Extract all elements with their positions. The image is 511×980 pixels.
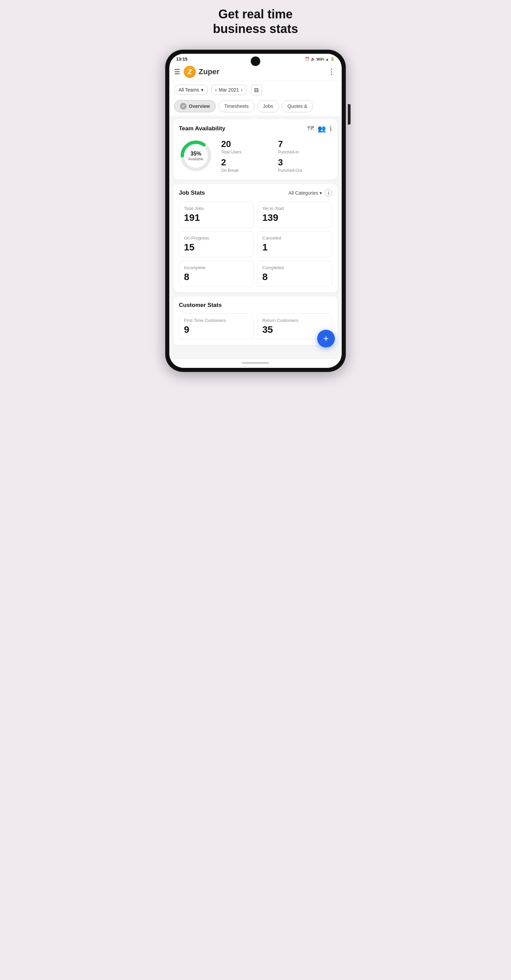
sound-icon: 🔈 bbox=[311, 57, 315, 61]
stat-total-jobs[interactable]: Total Jobs 191 bbox=[179, 202, 254, 228]
tab-jobs[interactable]: Jobs bbox=[257, 100, 279, 112]
job-stats-card: Job Stats All Categories ▾ ℹ Total Jobs bbox=[173, 184, 338, 292]
availability-donut: 35% Available bbox=[179, 139, 213, 173]
job-stat-grid: Total Jobs 191 Yet to Start 139 On-Progr… bbox=[179, 202, 332, 287]
punched-in-value: 7 bbox=[278, 139, 329, 150]
scroll-area: Team Availability 🗺 👥 ℹ bbox=[169, 116, 342, 360]
next-month-icon[interactable]: › bbox=[241, 87, 243, 92]
category-chevron-icon: ▾ bbox=[319, 190, 322, 196]
stat-incomplete[interactable]: Incomplete 8 bbox=[179, 261, 254, 287]
total-jobs-value: 191 bbox=[184, 212, 249, 223]
filter-button[interactable]: ⊟ bbox=[251, 84, 262, 95]
headline-line1: Get real time bbox=[218, 7, 293, 21]
tab-overview[interactable]: ✓ Overview bbox=[174, 100, 216, 112]
job-stats-info-button[interactable]: ℹ bbox=[325, 189, 332, 197]
on-break-value: 2 bbox=[221, 157, 273, 168]
signal-icon: ▲ bbox=[325, 57, 329, 61]
headline-line2: business stats bbox=[213, 22, 298, 36]
filter-funnel-icon: ⊟ bbox=[254, 87, 259, 93]
incomplete-label: Incomplete bbox=[184, 265, 249, 270]
return-customers-value: 35 bbox=[262, 324, 327, 335]
date-label: Mar 2021 bbox=[219, 87, 239, 92]
camera-dot bbox=[251, 56, 260, 66]
incomplete-value: 8 bbox=[184, 272, 249, 282]
total-users-value: 20 bbox=[221, 139, 273, 150]
info-icon[interactable]: ℹ bbox=[329, 124, 332, 133]
fab-button[interactable]: + bbox=[317, 330, 335, 347]
job-stats-title: Job Stats bbox=[179, 189, 205, 196]
status-time: 13:15 bbox=[176, 56, 187, 62]
prev-month-icon[interactable]: ‹ bbox=[215, 87, 217, 92]
tab-quotes[interactable]: Quotes & bbox=[282, 100, 313, 112]
tab-check-icon: ✓ bbox=[180, 103, 187, 110]
completed-value: 8 bbox=[262, 272, 327, 282]
customer-stats-title: Customer Stats bbox=[179, 302, 222, 309]
customer-stats-header: Customer Stats bbox=[179, 302, 332, 309]
status-icons: ⏰ 🔈 WiFi ▲ 🔋 bbox=[305, 57, 335, 61]
first-time-label: First Time Customers bbox=[184, 318, 249, 323]
stat-yet-to-start[interactable]: Yet to Start 139 bbox=[257, 202, 332, 228]
punched-in-label: Punched-In bbox=[278, 150, 329, 154]
team-availability-card: Team Availability 🗺 👥 ℹ bbox=[173, 119, 338, 180]
completed-label: Completed bbox=[262, 265, 327, 270]
punched-out-stat: 3 Punched-Out bbox=[275, 156, 332, 174]
tabs-bar: ✓ Overview Timesheets Jobs Quotes & bbox=[169, 99, 342, 116]
phone-screen: 13:15 ⏰ 🔈 WiFi ▲ 🔋 ☰ Z bbox=[169, 54, 342, 368]
canceled-value: 1 bbox=[262, 242, 327, 253]
punched-in-stat: 7 Punched-In bbox=[275, 137, 332, 156]
on-progress-value: 15 bbox=[184, 242, 249, 253]
alarm-icon: ⏰ bbox=[305, 57, 310, 61]
phone-shell: 13:15 ⏰ 🔈 WiFi ▲ 🔋 ☰ Z bbox=[165, 50, 346, 372]
app-logo: Z bbox=[184, 66, 196, 78]
date-navigator[interactable]: ‹ Mar 2021 › bbox=[211, 85, 246, 95]
teams-dropdown[interactable]: All Teams ▾ bbox=[174, 85, 208, 95]
avail-stats: 20 Total Users 7 Punched-In 2 On-Break bbox=[218, 137, 332, 174]
wifi-icon: WiFi bbox=[316, 57, 324, 61]
return-customers-label: Return Customers bbox=[262, 318, 327, 323]
hamburger-menu[interactable]: ☰ bbox=[174, 68, 180, 76]
logo-container: Z Zuper bbox=[184, 66, 219, 78]
tab-overview-label: Overview bbox=[189, 103, 210, 109]
total-users-stat: 20 Total Users bbox=[218, 137, 275, 156]
bottom-spacer bbox=[173, 349, 338, 353]
category-label: All Categories bbox=[289, 190, 318, 196]
tab-timesheets[interactable]: Timesheets bbox=[218, 100, 254, 112]
canceled-label: Canceled bbox=[262, 235, 327, 240]
team-avail-title: Team Availability bbox=[179, 125, 225, 132]
on-break-stat: 2 On-Break bbox=[218, 156, 275, 174]
punched-out-value: 3 bbox=[278, 157, 329, 168]
stat-canceled[interactable]: Canceled 1 bbox=[257, 231, 332, 257]
logo-letter: Z bbox=[188, 68, 192, 76]
home-indicator bbox=[242, 362, 269, 364]
first-time-value: 9 bbox=[184, 324, 249, 335]
stat-first-time-customers[interactable]: First Time Customers 9 bbox=[179, 313, 254, 340]
bottom-bar bbox=[169, 360, 342, 368]
team-avail-body: 35% Available 20 Total Users 7 bbox=[179, 137, 332, 174]
header-left: ☰ Z Zuper bbox=[174, 66, 219, 78]
teams-chevron-icon: ▾ bbox=[201, 87, 203, 92]
on-progress-label: On-Progress bbox=[184, 235, 249, 240]
on-break-label: On-Break bbox=[221, 168, 273, 173]
donut-percentage: 35% bbox=[188, 151, 203, 157]
battery-icon: 🔋 bbox=[330, 57, 335, 61]
stat-completed[interactable]: Completed 8 bbox=[257, 261, 332, 287]
team-avail-icons: 🗺 👥 ℹ bbox=[307, 124, 332, 133]
donut-center: 35% Available bbox=[188, 151, 203, 161]
more-menu-button[interactable]: ⋮ bbox=[328, 67, 335, 76]
team-icon[interactable]: 👥 bbox=[318, 124, 326, 133]
stat-on-progress[interactable]: On-Progress 15 bbox=[179, 231, 254, 257]
tab-quotes-label: Quotes & bbox=[287, 103, 307, 109]
map-icon[interactable]: 🗺 bbox=[307, 124, 314, 133]
fab-plus-icon: + bbox=[323, 333, 329, 344]
power-button bbox=[348, 104, 351, 124]
punched-out-label: Punched-Out bbox=[278, 168, 329, 173]
tab-timesheets-label: Timesheets bbox=[224, 103, 249, 109]
customer-stat-grid: First Time Customers 9 Return Customers … bbox=[179, 313, 332, 340]
teams-label: All Teams bbox=[179, 87, 199, 92]
yet-to-start-value: 139 bbox=[262, 212, 327, 223]
team-avail-header: Team Availability 🗺 👥 ℹ bbox=[179, 124, 332, 133]
job-stats-header: Job Stats All Categories ▾ ℹ bbox=[179, 189, 332, 197]
total-users-label: Total Users bbox=[221, 150, 273, 154]
category-dropdown[interactable]: All Categories ▾ bbox=[289, 190, 322, 196]
tab-jobs-label: Jobs bbox=[263, 103, 273, 109]
